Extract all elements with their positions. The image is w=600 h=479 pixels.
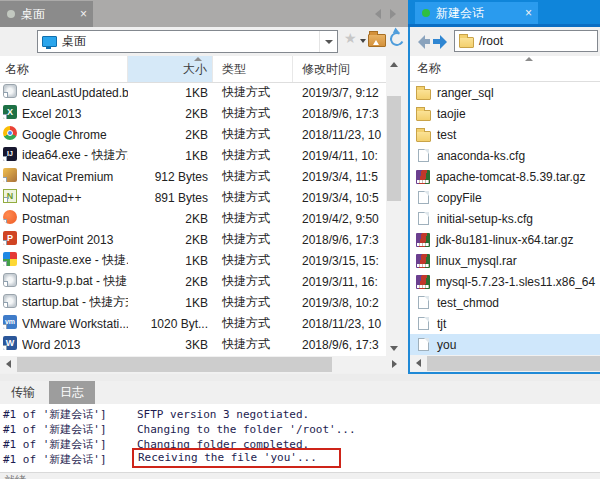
back-icon[interactable] <box>416 35 432 48</box>
file-modified: 2019/3/4, 10:5 <box>293 191 386 205</box>
list-item[interactable]: ranger_sql <box>410 82 600 103</box>
scrollbar-thumb[interactable] <box>427 356 600 371</box>
file-name: VMware Workstati... <box>22 317 128 331</box>
file-modified: 2019/3/11, 16: <box>293 275 386 289</box>
sort-asc-icon <box>525 57 533 61</box>
scrollbar-thumb[interactable] <box>17 357 332 372</box>
tab-log[interactable]: 日志 <box>49 381 95 404</box>
file-type: 快捷方式 <box>213 294 293 311</box>
file-name: apache-tomcat-8.5.39.tar.gz <box>436 170 585 184</box>
file-modified: 2018/9/6, 17:3 <box>293 233 386 247</box>
tab-scroll-left-icon[interactable] <box>370 9 381 19</box>
pane-divider <box>0 374 600 381</box>
file-type-icon <box>3 147 17 161</box>
file-type: 快捷方式 <box>213 231 293 248</box>
remote-pane: /root 名称 ranger_sql taojie test anaconda… <box>408 27 600 374</box>
list-item[interactable]: you <box>410 334 600 355</box>
table-row[interactable]: idea64.exe - 快捷方式 1KB 快捷方式 2019/4/11, 10… <box>0 145 386 166</box>
remote-address-bar[interactable]: /root <box>454 30 598 52</box>
file-type-icon <box>3 231 17 245</box>
list-item[interactable]: apache-tomcat-8.5.39.tar.gz <box>410 166 600 187</box>
table-row[interactable]: startup.bat - 快捷方式 1KB 快捷方式 2019/3/8, 10… <box>0 292 386 313</box>
file-modified: 2018/11/23, 10 <box>293 317 386 331</box>
file-type-icon <box>416 170 430 184</box>
scroll-left-icon[interactable] <box>0 356 16 372</box>
address-dropdown-icon[interactable] <box>319 31 337 52</box>
list-item[interactable]: taojie <box>410 103 600 124</box>
local-column-headers: 名称 大小 类型 修改时间 <box>0 56 386 83</box>
sort-asc-icon <box>194 57 202 61</box>
local-file-list: cleanLastUpdated.b... 1KB 快捷方式 2019/3/7,… <box>0 82 386 355</box>
table-row[interactable]: Notepad++ 891 Bytes 快捷方式 2019/3/4, 10:5 <box>0 187 386 208</box>
column-header-size[interactable]: 大小 <box>128 56 213 82</box>
file-name: tjt <box>437 317 446 331</box>
file-name: Snipaste.exe - 快捷... <box>22 252 128 269</box>
file-name: PowerPoint 2013 <box>22 233 128 247</box>
file-name: test <box>437 128 456 142</box>
table-row[interactable]: Postman 2KB 快捷方式 2019/4/2, 9:50 <box>0 208 386 229</box>
file-name: startu-9.p.bat - 快捷... <box>22 273 128 290</box>
table-row[interactable]: Navicat Premium 912 Bytes 快捷方式 2019/3/4,… <box>0 166 386 187</box>
log-session-prefix: #1 of '新建会话'] <box>0 437 137 452</box>
folder-icon <box>459 37 474 48</box>
file-type-icon <box>3 294 17 308</box>
scroll-left-icon[interactable] <box>410 355 426 371</box>
list-item[interactable]: initial-setup-ks.cfg <box>410 208 600 229</box>
list-item[interactable]: mysql-5.7.23-1.sles11.x86_64 <box>410 271 600 292</box>
forward-icon[interactable] <box>433 35 449 48</box>
list-item[interactable]: test_chmod <box>410 292 600 313</box>
list-item[interactable]: copyFile <box>410 187 600 208</box>
local-horizontal-scrollbar[interactable] <box>0 356 402 373</box>
local-vertical-scrollbar[interactable] <box>386 56 402 356</box>
table-row[interactable]: cleanLastUpdated.b... 1KB 快捷方式 2019/3/7,… <box>0 82 386 103</box>
favorites-caret-icon[interactable] <box>360 39 366 46</box>
file-size: 1KB <box>128 254 213 268</box>
scroll-right-icon[interactable] <box>386 356 402 372</box>
tab-local-desktop[interactable]: 桌面 <box>0 1 93 27</box>
tab-transfer[interactable]: 传输 <box>0 381 46 404</box>
table-row[interactable]: startu-9.p.bat - 快捷... 2KB 快捷方式 2019/3/1… <box>0 271 386 292</box>
file-modified: 2019/4/2, 9:50 <box>293 212 386 226</box>
status-bar: 就绪 <box>0 472 600 479</box>
list-item[interactable]: tjt <box>410 313 600 334</box>
table-row[interactable]: Word 2013 3KB 快捷方式 2018/9/6, 17:3 <box>0 334 386 355</box>
column-header-type[interactable]: 类型 <box>213 56 293 82</box>
file-type-icon <box>418 149 429 162</box>
table-row[interactable]: VMware Workstati... 1020 Byt... 快捷方式 201… <box>0 313 386 334</box>
local-address-bar[interactable]: 桌面 <box>37 30 338 53</box>
tab-label: 新建会话 <box>436 5 484 22</box>
scroll-up-icon[interactable] <box>386 56 402 72</box>
table-row[interactable]: Excel 2013 2KB 快捷方式 2018/9/6, 17:3 <box>0 103 386 124</box>
table-row[interactable]: Google Chrome 2KB 快捷方式 2018/11/23, 10 <box>0 124 386 145</box>
list-item[interactable]: jdk-8u181-linux-x64.tar.gz <box>410 229 600 250</box>
tab-scroll-right-icon[interactable] <box>390 9 401 19</box>
file-size: 1KB <box>128 296 213 310</box>
up-folder-icon[interactable] <box>368 34 386 47</box>
file-type-icon <box>3 84 17 98</box>
file-type: 快捷方式 <box>213 84 293 101</box>
file-size: 2KB <box>128 107 213 121</box>
file-modified: 2019/3/15, 15: <box>293 254 386 268</box>
column-header-modified[interactable]: 修改时间 <box>293 56 386 82</box>
list-item[interactable]: anaconda-ks.cfg <box>410 145 600 166</box>
file-size: 2KB <box>128 233 213 247</box>
file-type-icon <box>416 254 430 268</box>
column-header-name[interactable]: 名称 <box>0 56 128 82</box>
local-path: 桌面 <box>62 33 86 50</box>
list-item[interactable]: test <box>410 124 600 145</box>
file-name: Postman <box>22 212 128 226</box>
file-modified: 2019/3/8, 10:2 <box>293 296 386 310</box>
scrollbar-thumb[interactable] <box>387 96 401 201</box>
file-name: Excel 2013 <box>22 107 128 121</box>
remote-horizontal-scrollbar[interactable] <box>410 355 600 372</box>
favorites-star-icon[interactable] <box>344 31 357 45</box>
tab-remote-session[interactable]: 新建会话 <box>415 2 538 24</box>
column-header-name[interactable]: 名称 <box>417 60 441 77</box>
table-row[interactable]: Snipaste.exe - 快捷... 1KB 快捷方式 2019/3/15,… <box>0 250 386 271</box>
table-row[interactable]: PowerPoint 2013 2KB 快捷方式 2018/9/6, 17:3 <box>0 229 386 250</box>
scroll-down-icon[interactable] <box>386 340 402 356</box>
close-icon[interactable] <box>525 7 532 19</box>
list-item[interactable]: linux_mysql.rar <box>410 250 600 271</box>
close-icon[interactable] <box>80 8 87 20</box>
file-modified: 2018/9/6, 17:3 <box>293 107 386 121</box>
